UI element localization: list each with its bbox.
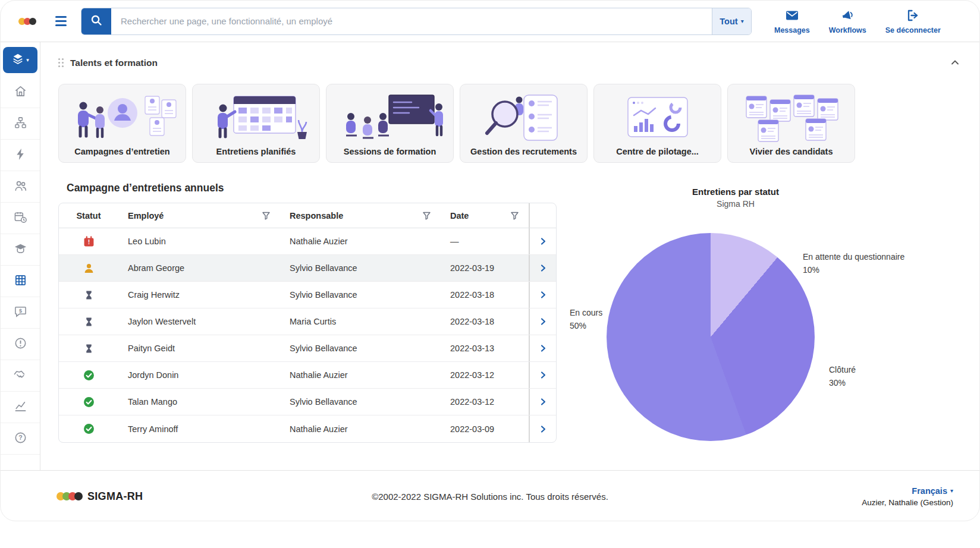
row-open-button[interactable] [537, 262, 549, 274]
search-icon [90, 14, 102, 28]
status-cell: ! [59, 396, 118, 408]
sidebar-item-home[interactable] [1, 77, 40, 108]
row-open-button[interactable] [537, 396, 549, 408]
column-header-employee: Employé [128, 211, 164, 221]
chevron-down-icon: ▾ [950, 488, 953, 494]
sidebar-item-schedule[interactable] [1, 203, 40, 234]
language-selector[interactable]: Français ▾ [912, 486, 953, 496]
svg-text:?: ? [18, 434, 22, 441]
card-label: Vivier des candidats [750, 147, 833, 156]
top-actions: Messages Workflows Se déconnecter [774, 8, 941, 34]
employee-cell: Jaylon Westervelt [118, 317, 280, 326]
employee-filter-button[interactable] [260, 210, 272, 221]
logout-label: Se déconnecter [885, 26, 941, 34]
sidebar-module-switcher[interactable]: ▾ [3, 47, 37, 73]
table-row[interactable]: ! Craig Herwitz Sylvio Bellavance 2022-0… [59, 282, 556, 308]
manager-cell: Nathalie Auzier [280, 237, 441, 246]
chevron-right-icon [538, 399, 548, 408]
table-scrollbar[interactable] [529, 203, 556, 228]
payroll-chat-icon: $ [14, 305, 27, 321]
sidebar: ▾ $ [1, 42, 40, 470]
messages-button[interactable]: Messages [774, 8, 810, 34]
card-illustration [464, 91, 583, 147]
search-input[interactable] [111, 8, 712, 34]
employee-cell: Terry Aminoff [118, 424, 280, 434]
layers-icon [11, 52, 24, 68]
table-row[interactable]: ! Jaylon Westervelt Maria Curtis 2022-03… [59, 308, 556, 335]
card-training-sessions[interactable]: Sessions de formation [326, 84, 454, 163]
sidebar-item-relations[interactable] [1, 360, 40, 392]
section-collapse-button[interactable] [948, 56, 962, 71]
menu-button[interactable] [53, 14, 69, 29]
chevron-right-icon [538, 427, 548, 436]
sidebar-item-payroll[interactable]: $ [1, 297, 40, 329]
row-open-button[interactable] [537, 342, 549, 354]
card-dashboard-center[interactable]: Centre de pilotage... [593, 84, 721, 163]
card-candidate-pool[interactable]: Vivier des candidats [727, 84, 855, 163]
table-row[interactable]: ! Leo Lubin Nathalie Auzier — [59, 228, 556, 255]
card-interview-campaigns[interactable]: Campagnes d’entretien [58, 84, 186, 163]
status-chart-panel: Entretiens par statut Sigma RH En cours5… [565, 174, 962, 459]
card-planned-interviews[interactable]: Entretiens planifiés [192, 84, 320, 163]
language-label: Français [912, 486, 947, 496]
manager-cell: Nathalie Auzier [280, 370, 441, 380]
chevron-right-icon [538, 319, 548, 328]
logout-icon [905, 8, 921, 24]
sidebar-item-actions[interactable] [1, 140, 40, 171]
card-label: Campagnes d’entretien [74, 147, 169, 156]
brand-name: SIGMA-RH [87, 490, 143, 503]
row-open-button[interactable] [537, 369, 549, 381]
sidebar-item-help[interactable]: ? [1, 423, 40, 455]
calendar-clock-icon [14, 210, 27, 226]
table-row[interactable]: ! Terry Aminoff Nathalie Auzier 2022-03-… [59, 415, 556, 442]
campaign-table: Statut Employé Responsable Date [58, 203, 557, 443]
sidebar-item-reports[interactable] [1, 392, 40, 423]
logout-button[interactable]: Se déconnecter [885, 8, 941, 34]
table-row[interactable]: ! Talan Mango Sylvio Bellavance 2022-03-… [59, 389, 556, 415]
sidebar-item-talents-current[interactable] [1, 266, 40, 297]
table-row[interactable]: ! Paityn Geidt Sylvio Bellavance 2022-03… [59, 335, 556, 362]
footer: SIGMA-RH ©2002-2022 SIGMA-RH Solutions i… [1, 470, 979, 521]
pie-label-cloture: Clôturé30% [829, 364, 856, 389]
chevron-up-icon [950, 61, 960, 70]
help-icon: ? [14, 431, 27, 447]
search-scope-dropdown[interactable]: Tout ▾ [712, 8, 751, 34]
lightning-icon [14, 147, 27, 163]
sidebar-item-employees[interactable] [1, 171, 40, 203]
card-recruitment[interactable]: Gestion des recrutements [460, 84, 588, 163]
date-cell: 2022-03-19 [441, 263, 529, 273]
chevron-right-icon [538, 292, 548, 301]
card-label: Gestion des recrutements [470, 147, 577, 156]
app-logo [18, 18, 36, 25]
alert-icon [14, 336, 27, 352]
card-label: Centre de pilotage... [616, 147, 699, 156]
sidebar-item-org-chart[interactable] [1, 108, 40, 140]
manager-cell: Sylvio Bellavance [280, 344, 441, 353]
employee-cell: Paityn Geidt [118, 344, 280, 353]
filter-icon [262, 213, 271, 222]
date-cell: 2022-03-18 [441, 317, 529, 326]
table-row[interactable]: ! Jordyn Donin Nathalie Auzier 2022-03-1… [59, 362, 556, 389]
date-cell: 2022-03-13 [441, 344, 529, 353]
drag-handle-icon[interactable] [58, 58, 64, 68]
search-button[interactable] [81, 8, 111, 34]
manager-cell: Maria Curtis [280, 317, 441, 326]
manager-filter-button[interactable] [421, 210, 432, 221]
hourglass-icon [84, 290, 94, 300]
employee-cell: Talan Mango [118, 397, 280, 407]
row-open-button[interactable] [537, 289, 549, 301]
pie-chart [607, 233, 815, 441]
row-open-button[interactable] [537, 235, 549, 247]
card-illustration [63, 91, 182, 147]
row-open-button[interactable] [537, 423, 549, 435]
date-filter-button[interactable] [509, 210, 520, 221]
row-open-button[interactable] [537, 316, 549, 327]
table-row[interactable]: ! Abram George Sylvio Bellavance 2022-03… [59, 255, 556, 282]
sidebar-item-training[interactable] [1, 234, 40, 266]
workflows-label: Workflows [829, 26, 866, 34]
overdue-calendar-icon: ! [83, 236, 95, 247]
sidebar-item-incidents[interactable] [1, 329, 40, 360]
workflows-button[interactable]: Workflows [829, 8, 866, 34]
svg-text:!: ! [87, 238, 90, 245]
table-title: Campagne d’entretiens annuels [67, 182, 565, 194]
